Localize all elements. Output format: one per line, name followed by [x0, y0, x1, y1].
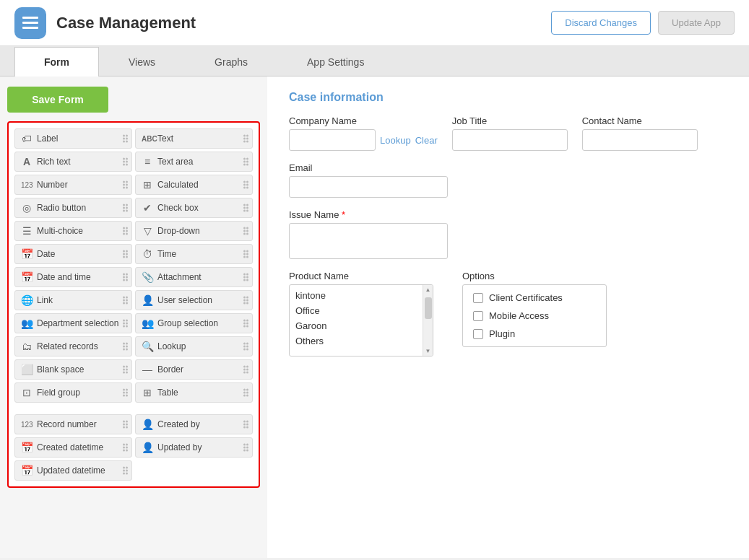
drag-handle: [123, 366, 128, 374]
scroll-thumb[interactable]: [425, 297, 432, 319]
lookup-palette-icon: 🔍: [142, 341, 153, 352]
palette-created-datetime-text: Created datetime: [37, 442, 103, 452]
palette-created-by-text: Created by: [157, 419, 200, 429]
palette-item-border[interactable]: — Border: [135, 359, 253, 380]
palette-item-label[interactable]: 🏷 Label: [14, 128, 132, 149]
palette-item-date[interactable]: 📅 Date: [14, 244, 132, 264]
palette-item-multi-choice[interactable]: ☰ Multi-choice: [14, 221, 132, 241]
list-item[interactable]: kintone: [290, 288, 433, 303]
right-panel: Case information Company Name Lookup Cle…: [267, 76, 749, 558]
job-title-input[interactable]: [452, 129, 568, 151]
palette-item-user-selection[interactable]: 👤 User selection: [135, 290, 253, 310]
contact-name-field: Contact Name: [582, 115, 698, 151]
palette-item-related-records[interactable]: 🗂 Related records: [14, 336, 132, 356]
palette-rich-text-text: Rich text: [37, 157, 71, 167]
palette-drop-down-text: Drop-down: [157, 226, 200, 236]
palette-item-link[interactable]: 🌐 Link: [14, 290, 132, 310]
email-field: Email: [289, 162, 448, 198]
palette-item-radio-button[interactable]: ◎ Radio button: [14, 198, 132, 218]
company-name-input[interactable]: [289, 129, 376, 151]
palette-item-date-time[interactable]: 📅 Date and time: [14, 267, 132, 287]
palette-calculated-text: Calculated: [157, 180, 199, 190]
contact-name-input[interactable]: [582, 129, 698, 151]
save-form-button[interactable]: Save Form: [7, 87, 108, 113]
scroll-up-arrow[interactable]: ▲: [425, 285, 431, 294]
checkbox-plugin: Plugin: [473, 328, 596, 339]
palette-item-blank-space[interactable]: ⬜ Blank space: [14, 359, 132, 380]
palette-item-updated-datetime[interactable]: 📅 Updated datetime: [14, 460, 132, 481]
palette-item-number[interactable]: 123 Number: [14, 175, 132, 195]
blank-space-icon: ⬜: [21, 364, 33, 375]
updated-by-icon: 👤: [142, 442, 153, 453]
palette-date-time-text: Date and time: [37, 272, 91, 282]
tab-views[interactable]: Views: [99, 47, 185, 76]
required-indicator: *: [342, 209, 345, 220]
drag-handle: [123, 227, 128, 235]
tab-app-settings[interactable]: App Settings: [277, 47, 394, 76]
palette-item-drop-down[interactable]: ▽ Drop-down: [135, 221, 253, 241]
main-layout: Save Form 🏷 Label ABC Text A Rich text: [0, 76, 749, 558]
palette-text-text: Text: [157, 134, 173, 144]
palette-item-check-box[interactable]: ✔ Check box: [135, 198, 253, 218]
palette-check-box-text: Check box: [157, 203, 199, 213]
tab-graphs[interactable]: Graphs: [185, 47, 277, 76]
checkbox-mobile-access-box[interactable]: [473, 311, 483, 321]
palette-label-text: Label: [37, 134, 58, 144]
issue-name-input[interactable]: [289, 223, 448, 259]
palette-item-time[interactable]: ⏱ Time: [135, 244, 253, 264]
email-input[interactable]: [289, 176, 448, 198]
discard-changes-button[interactable]: Discard Changes: [551, 11, 651, 35]
tab-form[interactable]: Form: [14, 47, 99, 76]
header-buttons: Discard Changes Update App: [551, 11, 735, 35]
list-item[interactable]: Office: [290, 303, 433, 318]
field-group-icon: ⊡: [21, 387, 33, 398]
job-title-field: Job Title: [452, 115, 568, 151]
product-list-container: kintone Office Garoon Others ▲ ▼: [289, 284, 433, 356]
form-row-3: Issue Name *: [289, 209, 727, 259]
palette-item-created-datetime[interactable]: 📅 Created datetime: [14, 437, 132, 458]
clear-button[interactable]: Clear: [415, 135, 438, 146]
palette-item-table[interactable]: ⊞ Table: [135, 382, 253, 403]
palette-item-created-by[interactable]: 👤 Created by: [135, 414, 253, 434]
form-row-1: Company Name Lookup Clear Job Title Cont…: [289, 115, 727, 151]
check-box-icon: ✔: [142, 202, 153, 214]
palette-item-record-number[interactable]: 123 Record number: [14, 414, 132, 434]
palette-item-group-selection[interactable]: 👥 Group selection: [135, 313, 253, 333]
lookup-button[interactable]: Lookup: [380, 135, 411, 146]
list-item[interactable]: Others: [290, 333, 433, 349]
job-title-label: Job Title: [452, 115, 568, 126]
left-panel: Save Form 🏷 Label ABC Text A Rich text: [0, 76, 267, 558]
checkbox-client-certs-box[interactable]: [473, 293, 483, 303]
company-name-label: Company Name: [289, 115, 438, 126]
created-by-icon: 👤: [142, 419, 153, 430]
palette-time-text: Time: [157, 249, 176, 259]
palette-lookup-text: Lookup: [157, 341, 186, 351]
palette-item-lookup[interactable]: 🔍 Lookup: [135, 336, 253, 356]
palette-attachment-text: Attachment: [157, 272, 202, 282]
palette-blank-space-text: Blank space: [37, 364, 84, 375]
checkbox-client-certs: Client Certificates: [473, 292, 596, 303]
scroll-down-arrow[interactable]: ▼: [425, 346, 431, 356]
list-scrollbar[interactable]: ▲ ▼: [423, 285, 433, 356]
app-icon: [14, 7, 46, 39]
related-records-icon: 🗂: [21, 341, 33, 352]
drag-handle: [243, 320, 248, 328]
update-app-button[interactable]: Update App: [658, 11, 735, 35]
palette-item-updated-by[interactable]: 👤 Updated by: [135, 437, 253, 458]
checkbox-plugin-box[interactable]: [473, 329, 483, 339]
palette-item-rich-text[interactable]: A Rich text: [14, 152, 132, 172]
list-item[interactable]: Garoon: [290, 318, 433, 333]
palette-item-text-area[interactable]: ≡ Text area: [135, 152, 253, 172]
palette-group-selection-text: Group selection: [157, 318, 218, 328]
palette-item-field-group[interactable]: ⊡ Field group: [14, 382, 132, 403]
palette-item-text[interactable]: ABC Text: [135, 128, 253, 149]
palette-item-calculated[interactable]: ⊞ Calculated: [135, 175, 253, 195]
email-label: Email: [289, 162, 448, 173]
link-icon: 🌐: [21, 294, 33, 306]
updated-datetime-icon: 📅: [21, 465, 33, 476]
svg-rect-1: [22, 22, 38, 24]
checkbox-client-certs-label: Client Certificates: [489, 292, 563, 303]
form-row-2: Email: [289, 162, 727, 198]
palette-item-attachment[interactable]: 📎 Attachment: [135, 267, 253, 287]
palette-item-department[interactable]: 👥 Department selection: [14, 313, 132, 333]
